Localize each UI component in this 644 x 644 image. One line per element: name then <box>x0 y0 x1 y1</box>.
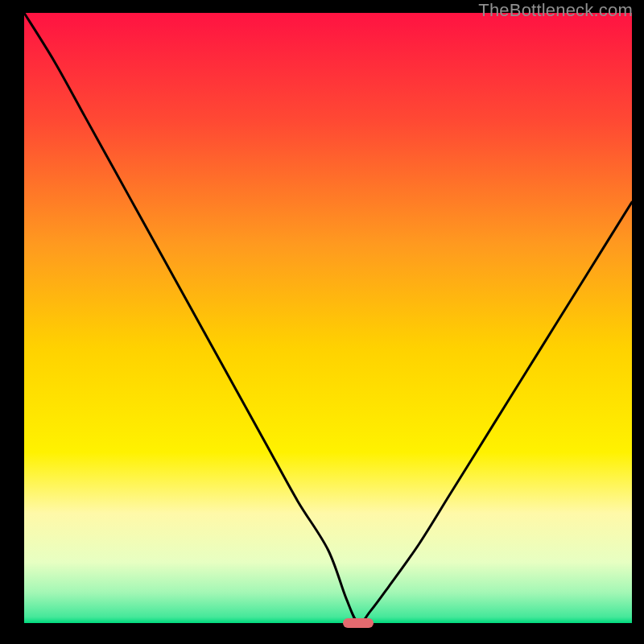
watermark-text: TheBottleneck.com <box>478 0 633 21</box>
optimal-marker <box>343 618 374 628</box>
bottleneck-curve <box>24 13 632 623</box>
plot-area <box>24 13 632 623</box>
bottleneck-chart: TheBottleneck.com <box>0 0 644 644</box>
